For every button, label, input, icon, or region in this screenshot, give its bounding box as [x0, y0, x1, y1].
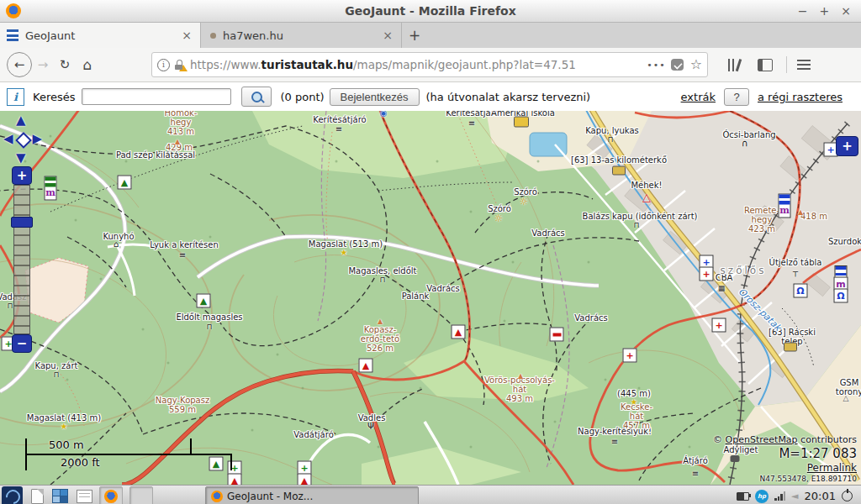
task-button-label: GeoJaunt - Moz...	[227, 491, 313, 502]
map-marker: ⊓	[53, 371, 59, 379]
pan-control[interactable]: ▲ ▼ ◀ ▶	[3, 114, 44, 166]
url-bar[interactable]: i https://www.turistautak.hu/maps/mapnik…	[151, 52, 708, 77]
extras-link[interactable]: extrák	[681, 91, 716, 103]
map-marker: ┬	[793, 268, 798, 276]
map-marker: ⊓	[7, 302, 13, 310]
map-marker: ★	[341, 249, 348, 257]
cursor-coordinates: N47.553478, E18.891710	[713, 475, 857, 483]
file-manager-icon[interactable]	[31, 489, 44, 504]
map-marker: △	[642, 192, 651, 202]
zoom-out-button[interactable]: −	[12, 334, 32, 353]
toolbar-divider	[786, 56, 787, 73]
site-toolbar: i Keresés (0 pont) Bejelentkezés (ha útv…	[0, 82, 861, 111]
insecure-lock-icon[interactable]	[175, 60, 184, 70]
map-marker: ▲	[228, 474, 242, 486]
maximize-button[interactable]: +	[820, 5, 830, 17]
page-info-icon[interactable]: i	[157, 59, 170, 71]
tab-close-icon[interactable]: ×	[381, 29, 394, 42]
pan-right-icon[interactable]: ▶	[32, 133, 42, 145]
map-attribution: © OpenStreetMap contributors M=1:27 083 …	[713, 434, 857, 483]
search-input[interactable]	[82, 88, 231, 105]
menu-icon[interactable]	[797, 60, 811, 70]
permalink[interactable]: Permalink	[713, 462, 857, 474]
map-marker: +	[700, 267, 714, 281]
zoom-slider[interactable]	[13, 185, 30, 334]
magnifier-icon	[251, 92, 262, 102]
map-marker	[514, 117, 529, 128]
scale-meters: 500 m	[25, 438, 192, 455]
task-button-firefox[interactable]: GeoJaunt - Moz...	[205, 486, 419, 504]
new-tab-button[interactable]: +	[402, 23, 427, 48]
raster-map-link[interactable]: a régi raszteres	[758, 91, 843, 103]
map-marker: ▲	[452, 325, 466, 339]
map-marker	[612, 166, 626, 176]
site-info-icon[interactable]: i	[7, 88, 24, 106]
map-marker: ≡	[611, 438, 618, 446]
help-button[interactable]: ?	[724, 88, 749, 106]
tab-label: ha7wen.hu	[223, 29, 381, 42]
bookmark-star-icon[interactable]: ☆	[690, 58, 702, 71]
search-button[interactable]	[241, 87, 272, 107]
osm-attribution: © OpenStreetMap contributors	[713, 434, 857, 445]
workspace-grid-icon[interactable]	[52, 489, 68, 503]
firefox-icon	[211, 491, 223, 502]
map-marker: ◉	[380, 111, 388, 118]
points-counter: (0 pont)	[280, 91, 324, 103]
pan-up-icon[interactable]: ▲	[16, 114, 26, 127]
map-marker	[784, 343, 797, 352]
pan-left-icon[interactable]: ◀	[3, 133, 13, 145]
map-extra-plus-button[interactable]: +	[836, 136, 858, 156]
battery-icon[interactable]	[737, 492, 749, 501]
search-label: Keresés	[33, 91, 75, 103]
window-list-icon[interactable]	[77, 490, 92, 503]
map-marker: ⊓	[379, 276, 385, 284]
map-marker: ⊓	[607, 136, 613, 144]
map-marker: ▲	[197, 294, 211, 308]
map-marker: ⊓	[206, 323, 212, 331]
speaker-muted-icon[interactable]: ◄	[791, 491, 798, 501]
tab-close-icon[interactable]: ×	[180, 29, 193, 42]
zoom-in-button[interactable]: +	[12, 166, 32, 185]
scale-feet: 2000 ft	[25, 454, 232, 470]
map-marker: ∩	[742, 139, 748, 148]
tab-geojaunt[interactable]: GeoJaunt ×	[0, 23, 201, 48]
map-marker: ★	[61, 423, 68, 431]
power-icon[interactable]	[842, 491, 853, 501]
signal-bars-icon[interactable]	[774, 491, 785, 501]
home-button[interactable]: ⌂	[76, 56, 99, 73]
window-title: GeoJaunt - Mozilla Firefox	[0, 4, 861, 18]
tab-ha7wen[interactable]: ha7wen.hu ×	[201, 23, 402, 48]
pocket-icon[interactable]	[671, 59, 684, 71]
app-menu-button[interactable]	[2, 486, 23, 504]
route-hint-text: (ha útvonalat akarsz tervezni)	[426, 91, 591, 103]
page-actions-icon[interactable]: •••	[647, 60, 665, 71]
sidebar-toggle-icon[interactable]	[758, 59, 773, 71]
firefox-icon	[104, 490, 118, 503]
close-button[interactable]: ×	[841, 5, 851, 17]
zoom-slider-handle[interactable]	[11, 217, 33, 228]
map-marker: ⌂	[114, 240, 119, 249]
empty-launcher-slot[interactable]	[129, 486, 153, 504]
clock[interactable]: 20:01	[805, 490, 836, 502]
login-button[interactable]: Bejelentkezés	[330, 88, 420, 106]
map-viewport[interactable]: Pad szép kilátássalKunyhóLyuk a kerítése…	[0, 111, 861, 485]
tab-label: GeoJaunt	[25, 29, 180, 42]
map-marker: +	[712, 318, 726, 333]
pan-center-icon[interactable]	[15, 132, 32, 149]
map-marker: Ω	[794, 284, 808, 298]
map-marker: m	[779, 194, 791, 218]
hp-logo-icon[interactable]: hp	[755, 490, 769, 503]
map-marker: ⊓	[633, 222, 639, 229]
map-marker: ≡	[179, 251, 186, 260]
minimize-button[interactable]: −	[798, 5, 808, 17]
navigation-bar: ← → ↻ ⌂ i https://www.turistautak.hu/map…	[0, 48, 861, 82]
title-bar: GeoJaunt - Mozilla Firefox − + ×	[0, 0, 861, 23]
back-button[interactable]: ←	[7, 52, 32, 77]
osm-link[interactable]: OpenStreetMap	[726, 434, 798, 445]
pan-down-icon[interactable]: ▼	[16, 152, 26, 165]
forward-button[interactable]: →	[32, 57, 54, 72]
reload-button[interactable]: ↻	[54, 57, 76, 72]
map-marker: ▲	[378, 318, 383, 325]
firefox-launcher[interactable]	[99, 486, 123, 504]
library-icon[interactable]	[728, 59, 742, 71]
